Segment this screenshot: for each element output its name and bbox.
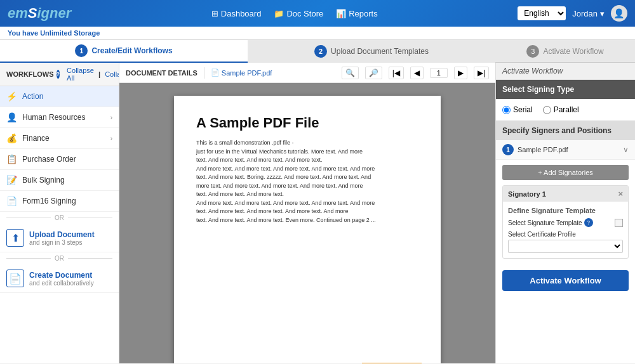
nav-doc-store[interactable]: 📁 Doc Store	[274, 9, 323, 18]
sidebar-header: WORKFLOWS ? Collapse All | Collapse	[0, 63, 119, 86]
select-signing-type-header: Select Signing Type	[496, 80, 635, 99]
pdf-body: This is a small demonstration .pdf file …	[196, 139, 418, 224]
sidebar-divider-2: OR	[0, 252, 119, 264]
nav-reports[interactable]: 📊 Reports	[336, 9, 378, 18]
finance-icon: 💰	[6, 133, 17, 143]
create-icon: 📄	[6, 270, 24, 287]
collapse-link[interactable]: Collapse	[105, 70, 119, 78]
doc-area: DOCUMENT DETAILS 📄 Sample PDF.pdf 🔍 🔎 |◀…	[119, 63, 495, 363]
user-menu[interactable]: Jordan ▾	[572, 9, 605, 18]
sidebar-bulk-label: Bulk Signing	[22, 176, 65, 185]
create-label: Create Document	[29, 271, 94, 280]
prev-page-btn[interactable]: |◀	[389, 67, 404, 79]
sig-template-checkbox[interactable]	[615, 219, 623, 227]
zoom-out-btn[interactable]: 🔎	[365, 67, 382, 79]
signer-file-chevron-icon: ∨	[623, 145, 629, 154]
sidebar-item-action[interactable]: ⚡ Action	[0, 86, 119, 107]
sidebar-item-finance[interactable]: 💰 Finance ›	[0, 128, 119, 149]
sidebar-item-form16[interactable]: 📄 Form16 Signing	[0, 191, 119, 212]
sig-template-help-icon[interactable]: ?	[584, 218, 593, 227]
help-icon-sidebar: ?	[57, 70, 60, 79]
sidebar-item-hr-left: 👤 Human Resources	[6, 112, 85, 122]
dashboard-icon: ⊞	[211, 9, 218, 18]
doc-file-name: 📄 Sample PDF.pdf	[211, 68, 272, 77]
action-icon: ⚡	[6, 91, 17, 101]
sig-template-row: Select Signature Template ?	[508, 218, 623, 227]
upload-label: Upload Document	[29, 230, 95, 239]
storage-highlight: Unlimited Storage	[40, 29, 100, 37]
doc-details-label: DOCUMENT DETAILS	[126, 69, 197, 77]
prev-btn[interactable]: ◀	[410, 67, 424, 79]
sidebar-item-bulk-left: 📝 Bulk Signing	[6, 175, 65, 185]
nav-dashboard[interactable]: ⊞ Dashboard	[211, 9, 262, 18]
specify-signers-label: Specify Signers and Positions	[502, 126, 612, 135]
step-2-label: Upload Document Templates	[331, 47, 429, 56]
parallel-radio[interactable]	[543, 106, 551, 114]
sig-template-label: Select Signature Template ?	[508, 218, 593, 227]
signer-file-row[interactable]: 1 Sample PDF.pdf ∨	[496, 140, 635, 160]
header-right: English French Spanish Jordan ▾ 👤	[518, 5, 627, 22]
sidebar-create-info: Create Document and edit collaboratively	[29, 271, 94, 287]
serial-option[interactable]: Serial	[502, 105, 533, 114]
right-panel: Activate Workflow Select Signing Type Se…	[495, 63, 635, 363]
page-input[interactable]: 1	[430, 68, 448, 78]
avatar[interactable]: 👤	[611, 5, 627, 22]
step-3-circle: 3	[526, 45, 539, 58]
signers-badge: 1	[502, 144, 514, 155]
reports-icon: 📊	[336, 9, 346, 18]
doc-toolbar: DOCUMENT DETAILS 📄 Sample PDF.pdf 🔍 🔎 |◀…	[119, 63, 495, 83]
language-selector[interactable]: English French Spanish	[518, 6, 566, 20]
signer-file-left: 1 Sample PDF.pdf	[502, 144, 568, 155]
sidebar-po-label: Purchase Order	[22, 155, 76, 164]
sidebar-divider-1: OR	[0, 212, 119, 224]
nav-reports-label: Reports	[349, 9, 378, 18]
upload-icon: ⬆	[6, 229, 24, 247]
signatory-body: Define Signature Template Select Signatu…	[503, 202, 628, 258]
parallel-label: Parallel	[554, 105, 579, 114]
workflows-label: WORKFLOWS	[6, 70, 54, 78]
or-label-2: OR	[55, 255, 64, 262]
user-name: Jordan	[572, 9, 598, 18]
sidebar-item-bulk-signing[interactable]: 📝 Bulk Signing	[0, 170, 119, 191]
main-layout: WORKFLOWS ? Collapse All | Collapse ⚡ Ac…	[0, 63, 635, 363]
sidebar-create-doc[interactable]: 📄 Create Document and edit collaborative…	[0, 264, 119, 293]
chevron-down-icon: ▾	[600, 9, 605, 18]
serial-radio[interactable]	[502, 106, 511, 114]
sidebar-item-po-left: 📋 Purchase Order	[6, 154, 76, 164]
sidebar-item-purchase-order[interactable]: 📋 Purchase Order	[0, 149, 119, 170]
next-btn[interactable]: ▶	[454, 67, 467, 79]
signing-type-body: Serial Parallel	[496, 99, 635, 121]
sidebar-upload-doc[interactable]: ⬆ Upload Document and sign in 3 steps	[0, 224, 119, 252]
parallel-option[interactable]: Parallel	[543, 105, 579, 114]
pdf-page: A Sample PDF File This is a small demons…	[174, 96, 441, 363]
progress-step-2[interactable]: 2 Upload Document Templates	[248, 40, 495, 63]
sidebar-form16-label: Form16 Signing	[22, 197, 76, 205]
activate-workflow-button[interactable]: Activate Workflow	[502, 270, 629, 291]
progress-steps: 1 Create/Edit Workflows 2 Upload Documen…	[0, 40, 495, 63]
storage-bar: You have Unlimited Storage	[0, 27, 635, 40]
collapse-all-link[interactable]: Collapse All	[67, 67, 94, 82]
storage-prefix: You have	[8, 29, 38, 37]
finance-chevron-icon: ›	[110, 135, 112, 142]
progress-step-3[interactable]: 3 Activate Workflow	[495, 45, 635, 58]
logo: emSigner	[8, 5, 71, 22]
next-page-btn[interactable]: ▶|	[474, 67, 489, 79]
cert-profile-select[interactable]	[508, 240, 623, 253]
cert-profile-label: Select Certificate Profile	[508, 231, 623, 238]
progress-step-1[interactable]: 1 Create/Edit Workflows	[0, 40, 248, 63]
pdf-title: A Sample PDF File	[196, 115, 418, 131]
signer-position[interactable]: 1 ✛ × Signer Position 1 ↘	[362, 363, 422, 363]
nav-dashboard-label: Dashboard	[221, 9, 262, 18]
sidebar-item-action-left: ⚡ Action	[6, 91, 43, 101]
step-1-circle: 1	[75, 44, 88, 57]
sidebar-hr-label: Human Resources	[22, 113, 85, 122]
toolbar-separator	[204, 67, 204, 79]
sidebar-item-human-resources[interactable]: 👤 Human Resources ›	[0, 107, 119, 128]
add-signatories-button[interactable]: + Add Signatories	[502, 165, 629, 180]
sidebar-action-label: Action	[22, 92, 43, 101]
doc-content: A Sample PDF File This is a small demons…	[119, 83, 495, 363]
signatory-label: Signatory 1	[508, 190, 546, 198]
signatory-close-btn[interactable]: ×	[618, 189, 623, 198]
zoom-in-btn[interactable]: 🔍	[342, 67, 359, 79]
progress-bar-container: 1 Create/Edit Workflows 2 Upload Documen…	[0, 40, 635, 63]
